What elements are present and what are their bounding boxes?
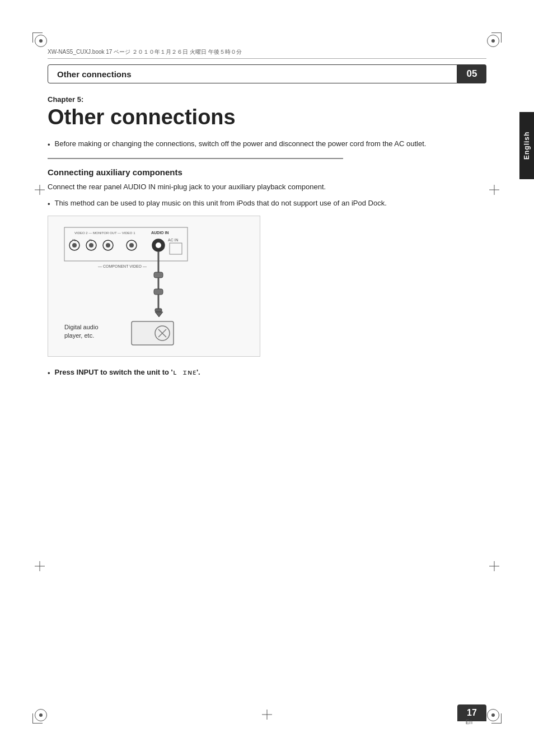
section1-bullet-text: This method can be used to play music on… <box>55 198 387 209</box>
section1-body: Connect the rear panel AUDIO IN mini-plu… <box>48 181 470 193</box>
file-info-bar: XW-NAS5_CUXJ.book 17 ページ ２０１０年１月２６日 火曜日 … <box>48 48 486 59</box>
sidebar-language-tab: English <box>519 112 534 179</box>
chapter-header-title: Other connections <box>57 69 132 79</box>
main-content: Chapter 5: Other connections • Before ma… <box>48 90 470 700</box>
crosshair-right-top <box>489 185 499 195</box>
press-input-end: '. <box>196 368 200 376</box>
press-input-text: Press INPUT to switch the unit to 'ʟ ɪɴᴇ… <box>55 367 200 378</box>
reg-circle-tr <box>487 35 499 47</box>
press-input-bold: Press INPUT to switch the unit to ' <box>55 368 173 376</box>
section1-title: Connecting auxiliary components <box>48 167 470 178</box>
svg-text:Pr: Pr <box>89 239 92 242</box>
page-number: 17 <box>467 708 477 718</box>
svg-marker-24 <box>155 312 163 317</box>
svg-text:Digital audio: Digital audio <box>64 324 99 330</box>
crosshair-right-bottom <box>489 561 499 571</box>
reg-circle-bl <box>35 709 47 721</box>
crosshair-left-top <box>35 185 45 195</box>
crosshair-left-bottom <box>35 561 45 571</box>
svg-rect-23 <box>155 309 162 312</box>
bullet-dot-press: • <box>48 368 50 379</box>
svg-point-4 <box>72 243 77 248</box>
bullet-dot-s1: • <box>48 199 50 210</box>
svg-text:AC IN: AC IN <box>168 238 179 242</box>
reg-circle-tl <box>35 35 47 47</box>
chapter-header: Other connections 05 <box>48 64 486 83</box>
file-info-text: XW-NAS5_CUXJ.book 17 ページ ２０１０年１月２６日 火曜日 … <box>48 48 242 56</box>
section-divider <box>48 158 343 159</box>
diagram-container: — COMPONENT VIDEO — VIDEO 2 — MONITOR OU… <box>48 216 260 357</box>
intro-bullet-text: Before making or changing the connection… <box>55 138 427 150</box>
svg-point-10 <box>106 243 110 248</box>
press-input-item: • Press INPUT to switch the unit to 'ʟ ɪ… <box>48 367 470 379</box>
section1-bullet-item: • This method can be used to play music … <box>48 198 470 210</box>
svg-text:Pb: Pb <box>72 239 77 242</box>
svg-rect-25 <box>132 321 174 345</box>
crosshair-bottom-center <box>262 710 272 720</box>
reg-circle-br <box>487 709 499 721</box>
chapter-number: 05 <box>467 68 477 80</box>
svg-point-15 <box>156 242 161 248</box>
page-number-en: En <box>466 719 472 725</box>
svg-rect-17 <box>170 243 182 254</box>
intro-bullet-item: • Before making or changing the connecti… <box>48 138 470 151</box>
svg-text:VIDEO 2 — MONITOR OUT — VIDEO : VIDEO 2 — MONITOR OUT — VIDEO 1 <box>74 231 135 235</box>
svg-rect-21 <box>154 289 163 295</box>
connection-diagram: — COMPONENT VIDEO — VIDEO 2 — MONITOR OU… <box>59 222 249 351</box>
bullet-dot-intro: • <box>48 139 50 151</box>
svg-text:— COMPONENT VIDEO —: — COMPONENT VIDEO — <box>98 264 147 268</box>
chapter-header-inner: Other connections <box>48 64 457 83</box>
sidebar-tab-label: English <box>523 132 531 160</box>
chapter-label: Chapter 5: <box>48 95 470 104</box>
chapter-number-box: 05 <box>457 64 486 83</box>
svg-text:AUDIO IN: AUDIO IN <box>151 231 169 235</box>
svg-point-12 <box>129 243 134 248</box>
svg-text:player, etc.: player, etc. <box>64 332 94 339</box>
press-input-value: ʟ ɪɴᴇ <box>173 368 196 376</box>
svg-point-7 <box>89 243 93 248</box>
svg-rect-19 <box>154 272 163 278</box>
chapter-title: Other connections <box>48 106 470 129</box>
